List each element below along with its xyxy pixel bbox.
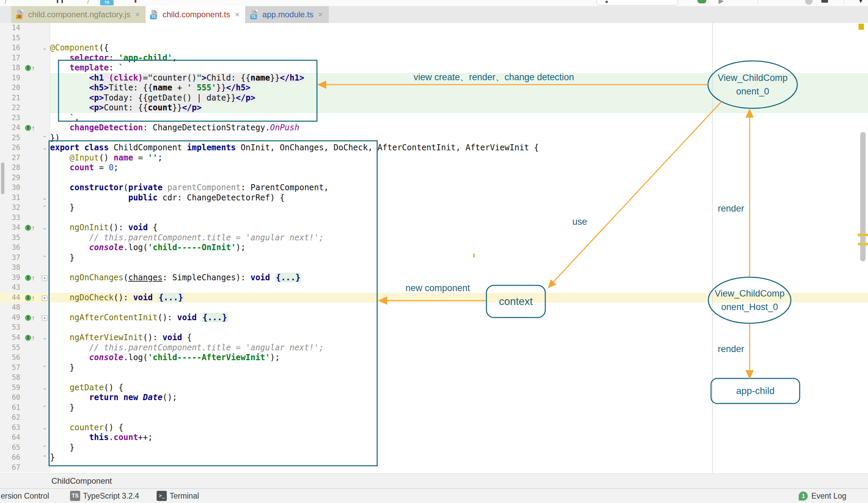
line-number: 56 [0,353,20,363]
implement-marker-icon[interactable]: I [25,65,31,71]
code-text[interactable]: ngAfterViewInit(): void { [50,333,868,343]
fold-icon[interactable]: ⌄ [42,195,47,201]
breadcrumb[interactable]: ChildComponent [51,476,112,486]
typescript-status[interactable]: TS TypeScript 3.2.4 [70,491,139,501]
code-text[interactable] [50,213,868,223]
code-text[interactable]: @Component({ [50,43,868,53]
fold-icon[interactable]: ⌃ [42,405,47,411]
code-text[interactable]: } [50,363,868,373]
code-line-56: 56 console.log('child-----AfterViewInit'… [0,353,868,363]
close-icon[interactable]: × [135,10,140,19]
code-text[interactable]: // this.parentComponent.title = 'angular… [50,343,868,353]
fold-icon[interactable]: ⌃ [42,205,47,211]
terminal-button[interactable]: >_ Terminal [157,491,199,501]
close-icon[interactable]: × [235,10,240,19]
code-text[interactable]: count = 0; [50,163,868,173]
code-text[interactable]: ngAfterContentInit(): void {...} [50,313,868,323]
code-text[interactable]: console.log('child-----OnInit'); [50,243,868,253]
code-text[interactable]: @Input() name = ''; [50,153,868,163]
code-editor[interactable]: 141516⌄@Component({17 selector: 'app-chi… [0,23,868,473]
code-text[interactable]: }) [50,133,868,143]
code-text[interactable] [50,23,868,33]
fold-icon[interactable]: ⌄ [42,385,47,391]
code-text[interactable]: <p>Today: {{getDate() | date}}</p> [50,93,868,103]
fold-icon[interactable]: ⌃ [42,135,47,141]
fold-icon[interactable]: ⌄ [42,145,47,151]
code-text[interactable] [50,323,868,333]
code-text[interactable] [50,373,868,383]
code-text[interactable]: } [50,453,868,463]
code-text[interactable] [50,173,868,183]
code-text[interactable]: template: ` [50,63,868,73]
tab-app-module-ts[interactable]: TS app.module.ts × [246,6,329,23]
code-text[interactable] [50,303,868,313]
code-text[interactable]: } [50,403,868,413]
code-text[interactable]: `, [50,113,868,123]
code-text[interactable]: // this.parentComponent.title = 'angular… [50,233,868,243]
code-text[interactable] [50,263,868,273]
fold-icon[interactable]: ⌃ [42,455,47,460]
code-text[interactable]: getDate() { [50,383,868,393]
fold-icon[interactable]: ⌄ [42,45,47,51]
fold-expand-icon[interactable]: + [42,295,47,301]
fold-icon[interactable]: ⌄ [42,335,47,341]
fold-expand-icon[interactable]: + [42,275,47,281]
fold-expand-icon[interactable]: + [42,315,47,321]
vertical-scrollbar-thumb[interactable] [860,132,866,261]
typescript-icon: TS [70,491,80,501]
fold-icon[interactable]: ⌃ [42,365,47,371]
code-text[interactable] [50,463,868,473]
search-field[interactable] [596,0,678,6]
fold-icon[interactable]: ⌄ [42,425,47,431]
stop-icon[interactable] [821,0,828,3]
implement-marker-icon[interactable]: I [25,225,31,231]
code-text[interactable]: selector: 'app-child', [50,53,868,63]
code-text[interactable]: changeDetection: ChangeDetectionStrategy… [50,123,868,133]
code-text[interactable]: } [50,203,868,213]
code-text[interactable]: <p>Count: {{count}}</p> [50,103,868,113]
code-text[interactable] [50,283,868,293]
code-text[interactable]: <h5>Title: {{name + ' 555'}}</h5> [50,83,868,93]
code-text[interactable]: export class ChildComponent implements O… [50,143,868,153]
fold-icon[interactable]: ⌃ [42,445,47,451]
code-text[interactable] [50,33,868,43]
code-line-39: 39I↑+ ngOnChanges(changes: SimpleChanges… [0,273,868,283]
fold-icon[interactable]: ⌄ [42,225,47,231]
breadcrumb-file-chip[interactable]: TS [100,0,114,6]
implement-marker-icon[interactable]: I [25,295,31,301]
warning-stripe-mark[interactable] [858,243,868,245]
code-text[interactable]: constructor(private parentComponent: Par… [50,183,868,193]
implement-marker-icon[interactable]: I [25,125,31,131]
inspection-indicator-icon[interactable] [859,24,864,30]
code-text[interactable]: } [50,253,868,263]
debug-icon[interactable] [719,0,724,4]
bookmark-arrow-icon: ↑ [31,65,35,71]
fold-icon[interactable]: ⌃ [42,255,47,261]
run-icon[interactable] [698,0,706,3]
code-text[interactable]: public cdr: ChangeDetectorRef) { [50,193,868,203]
tab-child-component-ngfactory-js[interactable]: JS child.component.ngfactory.js × [11,6,145,23]
code-text[interactable]: return new Date(); [50,393,868,403]
chevron-down-icon[interactable]: ▾ [859,0,862,5]
gutter: 62 [0,413,50,423]
close-icon[interactable]: × [318,10,323,19]
implement-marker-icon[interactable]: I [25,315,31,321]
code-text[interactable]: this.count++; [50,433,868,443]
version-control-button[interactable]: ersion Control [1,492,49,501]
implement-marker-icon[interactable]: I [25,275,31,281]
code-text[interactable] [50,413,868,423]
code-text[interactable]: <h1 (click)="counter()">Child: {{name}}<… [50,73,868,83]
profiler-icon[interactable] [805,0,813,5]
code-text[interactable]: } [50,443,868,453]
event-log-button[interactable]: 1 Event Log [799,492,846,501]
code-text[interactable]: counter() { [50,423,868,433]
navigation-bar: / / TS ▾ [0,0,868,6]
code-text[interactable]: console.log('child-----AfterViewInit'); [50,353,868,363]
tab-child-component-ts[interactable]: TS child.component.ts × [145,6,245,23]
code-text[interactable]: ngDoCheck(): void {...} [50,293,868,303]
left-scrollbar-thumb[interactable] [1,162,4,194]
code-text[interactable]: ngOnInit(): void { [50,223,868,233]
code-text[interactable]: ngOnChanges(changes: SimpleChanges): voi… [50,273,868,283]
warning-stripe-mark[interactable] [858,233,868,236]
implement-marker-icon[interactable]: I [25,335,31,341]
